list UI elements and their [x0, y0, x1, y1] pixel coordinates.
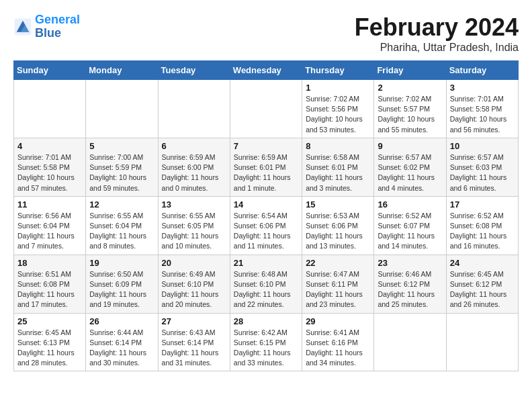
day-number: 22 — [306, 258, 370, 268]
col-header-wednesday: Wednesday — [230, 61, 302, 80]
calendar-cell: 16Sunrise: 6:52 AM Sunset: 6:07 PM Dayli… — [374, 196, 446, 255]
calendar-cell: 26Sunrise: 6:44 AM Sunset: 6:14 PM Dayli… — [86, 313, 158, 371]
col-header-thursday: Thursday — [302, 61, 374, 80]
logo-icon — [13, 17, 32, 36]
calendar-cell: 18Sunrise: 6:51 AM Sunset: 6:08 PM Dayli… — [14, 255, 86, 313]
day-number: 24 — [450, 258, 515, 268]
day-info: Sunrise: 7:01 AM Sunset: 5:58 PM Dayligh… — [17, 152, 82, 193]
calendar-cell: 15Sunrise: 6:53 AM Sunset: 6:06 PM Dayli… — [302, 196, 374, 255]
calendar-cell — [446, 313, 518, 371]
calendar-cell — [374, 313, 446, 371]
calendar-cell: 13Sunrise: 6:55 AM Sunset: 6:05 PM Dayli… — [158, 196, 230, 255]
day-number: 23 — [378, 258, 442, 268]
day-number: 20 — [162, 258, 226, 268]
calendar-cell: 4Sunrise: 7:01 AM Sunset: 5:58 PM Daylig… — [14, 138, 86, 196]
calendar-cell: 24Sunrise: 6:45 AM Sunset: 6:12 PM Dayli… — [446, 255, 518, 313]
calendar-cell: 9Sunrise: 6:57 AM Sunset: 6:02 PM Daylig… — [374, 138, 446, 196]
calendar-table: SundayMondayTuesdayWednesdayThursdayFrid… — [13, 60, 519, 371]
calendar-header-row: SundayMondayTuesdayWednesdayThursdayFrid… — [14, 61, 519, 80]
calendar-cell: 20Sunrise: 6:49 AM Sunset: 6:10 PM Dayli… — [158, 255, 230, 313]
day-info: Sunrise: 6:52 AM Sunset: 6:08 PM Dayligh… — [450, 211, 515, 252]
day-number: 5 — [89, 141, 154, 151]
day-number: 12 — [89, 199, 154, 210]
calendar-week-row: 4Sunrise: 7:01 AM Sunset: 5:58 PM Daylig… — [14, 138, 519, 196]
calendar-cell: 5Sunrise: 7:00 AM Sunset: 5:59 PM Daylig… — [86, 138, 158, 196]
day-number: 25 — [17, 316, 82, 326]
day-number: 4 — [17, 141, 82, 151]
day-info: Sunrise: 6:44 AM Sunset: 6:14 PM Dayligh… — [89, 328, 154, 369]
calendar-cell: 25Sunrise: 6:45 AM Sunset: 6:13 PM Dayli… — [14, 313, 86, 371]
location-subtitle: Phariha, Uttar Pradesh, India — [355, 42, 519, 54]
day-info: Sunrise: 6:58 AM Sunset: 6:01 PM Dayligh… — [306, 152, 370, 193]
calendar-cell: 21Sunrise: 6:48 AM Sunset: 6:10 PM Dayli… — [230, 255, 302, 313]
day-info: Sunrise: 6:52 AM Sunset: 6:07 PM Dayligh… — [378, 211, 442, 252]
calendar-cell — [86, 80, 158, 138]
day-number: 14 — [234, 199, 298, 210]
day-number: 11 — [17, 199, 82, 210]
calendar-week-row: 18Sunrise: 6:51 AM Sunset: 6:08 PM Dayli… — [14, 255, 519, 313]
day-number: 17 — [450, 199, 515, 210]
day-info: Sunrise: 6:53 AM Sunset: 6:06 PM Dayligh… — [306, 211, 370, 252]
day-info: Sunrise: 6:59 AM Sunset: 6:00 PM Dayligh… — [162, 152, 226, 193]
day-number: 29 — [306, 316, 370, 326]
col-header-monday: Monday — [86, 61, 158, 80]
day-info: Sunrise: 6:55 AM Sunset: 6:04 PM Dayligh… — [89, 211, 154, 252]
day-number: 1 — [306, 83, 370, 93]
day-info: Sunrise: 6:54 AM Sunset: 6:06 PM Dayligh… — [234, 211, 298, 252]
day-info: Sunrise: 6:43 AM Sunset: 6:14 PM Dayligh… — [162, 328, 226, 369]
calendar-cell: 14Sunrise: 6:54 AM Sunset: 6:06 PM Dayli… — [230, 196, 302, 255]
logo: General Blue — [13, 13, 80, 40]
logo-text: General Blue — [35, 13, 80, 40]
day-number: 21 — [234, 258, 298, 268]
calendar-cell: 2Sunrise: 7:02 AM Sunset: 5:57 PM Daylig… — [374, 80, 446, 138]
day-info: Sunrise: 7:02 AM Sunset: 5:57 PM Dayligh… — [378, 94, 442, 135]
calendar-cell: 3Sunrise: 7:01 AM Sunset: 5:58 PM Daylig… — [446, 80, 518, 138]
day-number: 10 — [450, 141, 515, 151]
day-info: Sunrise: 6:46 AM Sunset: 6:12 PM Dayligh… — [378, 269, 442, 310]
day-info: Sunrise: 6:41 AM Sunset: 6:16 PM Dayligh… — [306, 328, 370, 369]
day-number: 26 — [89, 316, 154, 326]
day-info: Sunrise: 7:00 AM Sunset: 5:59 PM Dayligh… — [89, 152, 154, 193]
day-info: Sunrise: 6:49 AM Sunset: 6:10 PM Dayligh… — [162, 269, 226, 310]
day-info: Sunrise: 6:56 AM Sunset: 6:04 PM Dayligh… — [17, 211, 82, 252]
calendar-cell: 1Sunrise: 7:02 AM Sunset: 5:56 PM Daylig… — [302, 80, 374, 138]
day-info: Sunrise: 6:50 AM Sunset: 6:09 PM Dayligh… — [89, 269, 154, 310]
page-header: General Blue February 2024 Phariha, Utta… — [13, 13, 519, 54]
day-number: 15 — [306, 199, 370, 210]
day-info: Sunrise: 6:47 AM Sunset: 6:11 PM Dayligh… — [306, 269, 370, 310]
calendar-cell: 11Sunrise: 6:56 AM Sunset: 6:04 PM Dayli… — [14, 196, 86, 255]
calendar-cell — [158, 80, 230, 138]
calendar-cell: 7Sunrise: 6:59 AM Sunset: 6:01 PM Daylig… — [230, 138, 302, 196]
col-header-saturday: Saturday — [446, 61, 518, 80]
calendar-week-row: 11Sunrise: 6:56 AM Sunset: 6:04 PM Dayli… — [14, 196, 519, 255]
day-info: Sunrise: 6:45 AM Sunset: 6:13 PM Dayligh… — [17, 328, 82, 369]
day-info: Sunrise: 7:01 AM Sunset: 5:58 PM Dayligh… — [450, 94, 515, 135]
calendar-week-row: 1Sunrise: 7:02 AM Sunset: 5:56 PM Daylig… — [14, 80, 519, 138]
day-number: 7 — [234, 141, 298, 151]
calendar-cell — [14, 80, 86, 138]
month-title: February 2024 — [355, 13, 519, 42]
day-number: 16 — [378, 199, 442, 210]
calendar-cell: 27Sunrise: 6:43 AM Sunset: 6:14 PM Dayli… — [158, 313, 230, 371]
day-number: 27 — [162, 316, 226, 326]
day-info: Sunrise: 6:42 AM Sunset: 6:15 PM Dayligh… — [234, 328, 298, 369]
calendar-cell: 17Sunrise: 6:52 AM Sunset: 6:08 PM Dayli… — [446, 196, 518, 255]
day-number: 9 — [378, 141, 442, 151]
day-number: 18 — [17, 258, 82, 268]
col-header-sunday: Sunday — [14, 61, 86, 80]
day-number: 8 — [306, 141, 370, 151]
day-info: Sunrise: 7:02 AM Sunset: 5:56 PM Dayligh… — [306, 94, 370, 135]
day-info: Sunrise: 6:57 AM Sunset: 6:02 PM Dayligh… — [378, 152, 442, 193]
calendar-cell: 28Sunrise: 6:42 AM Sunset: 6:15 PM Dayli… — [230, 313, 302, 371]
calendar-cell: 12Sunrise: 6:55 AM Sunset: 6:04 PM Dayli… — [86, 196, 158, 255]
day-info: Sunrise: 6:59 AM Sunset: 6:01 PM Dayligh… — [234, 152, 298, 193]
day-info: Sunrise: 6:45 AM Sunset: 6:12 PM Dayligh… — [450, 269, 515, 310]
day-number: 19 — [89, 258, 154, 268]
day-number: 13 — [162, 199, 226, 210]
calendar-cell — [230, 80, 302, 138]
day-number: 2 — [378, 83, 442, 93]
calendar-cell: 22Sunrise: 6:47 AM Sunset: 6:11 PM Dayli… — [302, 255, 374, 313]
col-header-tuesday: Tuesday — [158, 61, 230, 80]
calendar-cell: 29Sunrise: 6:41 AM Sunset: 6:16 PM Dayli… — [302, 313, 374, 371]
calendar-cell: 23Sunrise: 6:46 AM Sunset: 6:12 PM Dayli… — [374, 255, 446, 313]
